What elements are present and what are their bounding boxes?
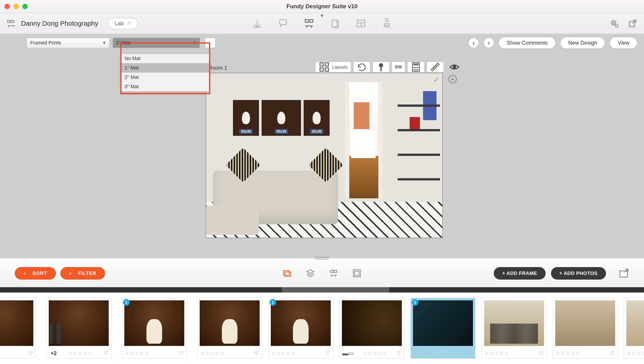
rating-stars[interactable]: ☆☆☆☆☆: [627, 350, 644, 356]
product-type-dropdown[interactable]: Framed Prints ▼: [27, 38, 110, 48]
thumbnail-card[interactable]: 1 ☆☆☆☆☆♡: [268, 298, 333, 359]
favorite-heart-icon[interactable]: ♡: [610, 350, 615, 356]
mat-option-2-mat[interactable]: 2'' Mat: [121, 72, 209, 82]
rating-stars[interactable]: ☆☆☆☆☆: [125, 350, 149, 356]
favorite-heart-icon[interactable]: ♡: [397, 350, 401, 356]
thumbnail-image[interactable]: [124, 300, 184, 346]
maximize-window-button[interactable]: [22, 4, 28, 9]
layout-icon[interactable]: [356, 18, 366, 28]
view-button[interactable]: View: [609, 37, 637, 49]
wall-print-3[interactable]: 20x30: [304, 100, 330, 136]
rooms-view-icon[interactable]: [329, 268, 339, 278]
add-room-button[interactable]: ＋: [449, 75, 457, 83]
thumbnail-card[interactable]: ☆☆☆☆☆♡: [197, 298, 262, 359]
thumbnail-image[interactable]: [200, 300, 260, 346]
pin-button[interactable]: [372, 62, 389, 72]
bw-button[interactable]: BW: [392, 62, 405, 72]
show-comments-button[interactable]: Show Comments: [499, 37, 556, 49]
thumbnail-image[interactable]: [271, 300, 331, 346]
thumbnail-strip[interactable]: ☆☆☆♡ +2☆☆☆☆☆♡ 1 ☆☆☆☆☆♡ ☆☆☆☆☆♡ 1 ☆☆☆☆☆♡ ▬…: [0, 292, 644, 364]
mat-option-3-mat[interactable]: 3'' Mat: [121, 82, 209, 91]
rating-stars[interactable]: ☆☆☆☆☆: [68, 350, 93, 356]
import-icon[interactable]: [252, 18, 262, 28]
wall-print-1[interactable]: 20x30: [233, 100, 259, 136]
svg-rect-13: [325, 68, 328, 71]
chat-icon[interactable]: [278, 18, 288, 28]
app-mode-icon[interactable]: [7, 19, 16, 28]
product-type-value: Framed Prints: [30, 40, 61, 46]
thumbnail-card[interactable]: ☆☆☆☆☆♡: [553, 298, 618, 359]
approve-check-icon[interactable]: ✓: [433, 75, 440, 84]
preview-eye-button[interactable]: [446, 62, 463, 72]
frames-view-icon[interactable]: [352, 268, 362, 278]
thumbnail-card[interactable]: ☆☆☆♡: [0, 298, 36, 359]
rating-stars[interactable]: ☆☆☆☆☆: [485, 350, 509, 356]
thumbnail-card[interactable]: ☆☆☆☆☆♡: [482, 298, 546, 359]
thumbnail-card-selected[interactable]: 1 ☆☆☆☆☆♡: [410, 298, 475, 359]
thumbnail-card[interactable]: +2☆☆☆☆☆♡: [46, 298, 111, 359]
mat-size-dropdown[interactable]: 1'' Mat ▼: [113, 38, 200, 48]
thumbnail-image[interactable]: [413, 300, 473, 346]
prev-design-button[interactable]: ‹: [468, 38, 479, 48]
rating-stars[interactable]: ☆☆☆☆☆: [413, 350, 438, 356]
chevron-left-icon: ‹: [24, 270, 26, 276]
layers-view-icon[interactable]: [305, 268, 315, 278]
favorite-heart-icon[interactable]: ♡: [28, 350, 33, 356]
add-photos-button[interactable]: + ADD PHOTOS: [551, 267, 606, 280]
mat-color-swatch[interactable]: [205, 38, 216, 48]
thumbnail-image[interactable]: [342, 300, 402, 346]
add-frame-button[interactable]: + ADD FRAME: [494, 267, 546, 280]
thumbnail-image[interactable]: [626, 300, 644, 346]
favorite-heart-icon[interactable]: ♡: [539, 350, 544, 356]
rating-stars[interactable]: ☆☆☆☆☆: [363, 350, 387, 356]
cards-icon[interactable]: [330, 18, 340, 28]
rating-stars[interactable]: ☆☆☆☆☆: [556, 350, 580, 356]
title-dropdown-arrow[interactable]: ▼: [320, 13, 324, 19]
refresh-button[interactable]: [353, 62, 370, 72]
expand-strip-icon[interactable]: [618, 268, 629, 279]
favorite-heart-icon[interactable]: ♡: [255, 350, 259, 356]
favorite-heart-icon[interactable]: ♡: [104, 350, 108, 356]
settings-gear-icon[interactable]: [609, 19, 619, 28]
rating-stars[interactable]: ☆☆☆☆☆: [271, 350, 296, 356]
thumbnail-image[interactable]: [484, 300, 544, 346]
thumbnail-image[interactable]: [49, 300, 109, 346]
room-preview[interactable]: 20x30 45x30 20x30 ✓: [206, 73, 443, 238]
rating-stars[interactable]: ☆☆☆☆☆: [200, 350, 225, 356]
thumbnail-image[interactable]: [555, 300, 615, 346]
filter-button[interactable]: ‹FILTER: [60, 267, 105, 280]
mat-size-value: 1'' Mat: [116, 40, 130, 46]
layouts-button[interactable]: Layouts: [315, 62, 351, 72]
link-icon: [114, 355, 115, 364]
svg-rect-10: [320, 63, 323, 66]
wall-print-group[interactable]: 20x30 45x30 20x30: [233, 100, 330, 136]
layouts-label: Layouts: [332, 64, 348, 70]
next-design-button[interactable]: ›: [484, 38, 494, 48]
svg-point-19: [417, 67, 418, 68]
mat-size-dropdown-menu: No Mat 1'' Mat 2'' Mat 3'' Mat: [121, 54, 209, 92]
thumbnail-card[interactable]: ☆☆☆☆☆♡: [624, 298, 644, 359]
favorite-heart-icon[interactable]: ♡: [468, 350, 473, 356]
wall-designer-icon[interactable]: [304, 18, 314, 28]
thumbnail-image[interactable]: [0, 300, 33, 346]
active-strip-tab[interactable]: [282, 287, 389, 292]
thumbnail-card[interactable]: ▬▭☆☆☆☆☆♡: [339, 298, 404, 359]
photos-view-icon[interactable]: [282, 268, 292, 278]
stamp-icon[interactable]: [382, 18, 392, 28]
thumbnail-card[interactable]: 1 ☆☆☆☆☆♡: [122, 298, 187, 359]
mat-option-1-mat[interactable]: 1'' Mat: [121, 63, 209, 72]
mat-option-no-mat[interactable]: No Mat: [121, 54, 209, 63]
minimize-window-button[interactable]: [14, 4, 19, 9]
wall-print-2[interactable]: 45x30: [262, 100, 301, 136]
calculator-button[interactable]: [407, 62, 424, 72]
external-link-icon[interactable]: [628, 19, 637, 28]
new-design-button[interactable]: New Design: [560, 37, 605, 49]
svg-rect-2: [305, 20, 308, 22]
usage-badge: 1: [123, 299, 130, 306]
favorite-heart-icon[interactable]: ♡: [326, 350, 330, 356]
sort-button[interactable]: ‹SORT: [15, 267, 56, 280]
favorite-heart-icon[interactable]: ♡: [179, 350, 184, 356]
lab-button[interactable]: Lab: [108, 18, 138, 29]
close-window-button[interactable]: [5, 4, 10, 9]
ruler-button[interactable]: [427, 62, 444, 72]
